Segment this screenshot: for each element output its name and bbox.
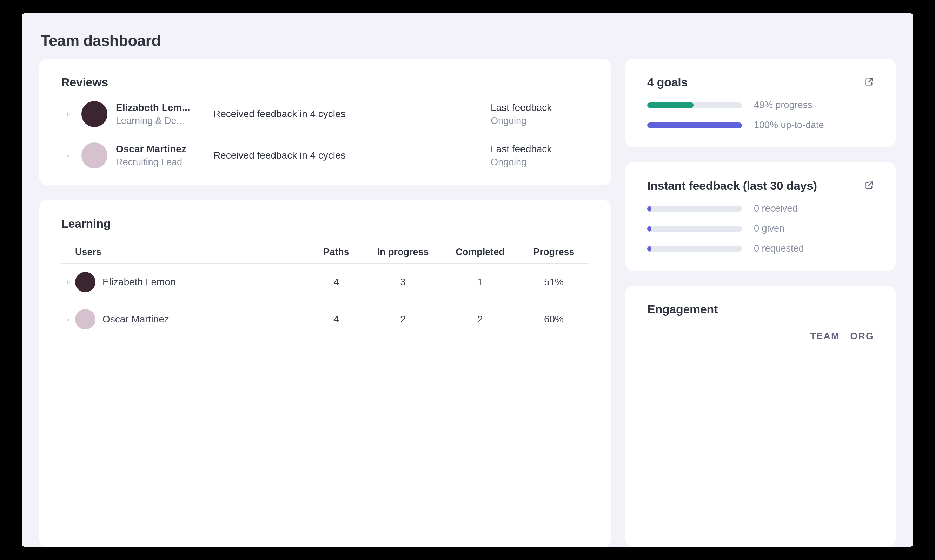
instant-feedback-title: Instant feedback (last 30 days): [647, 179, 817, 192]
last-feedback-label: Last feedback: [491, 102, 589, 113]
review-name: Elizabeth Lem...: [116, 102, 207, 113]
review-row[interactable]: ▹ Oscar Martinez Recruiting Lead Receive…: [61, 143, 589, 168]
progress-fill: [647, 206, 651, 212]
stat-label: 0 received: [754, 203, 798, 214]
cell-completed: 2: [442, 314, 519, 325]
cell-progress: 60%: [519, 314, 589, 325]
right-column: 4 goals 49% progress 100% up-to-date: [625, 58, 896, 547]
dashboard-app: Team dashboard Reviews ▹ Elizabeth Lem..…: [22, 13, 913, 547]
avatar: [75, 309, 96, 329]
stat-row: 0 given: [647, 223, 874, 234]
review-feedback-count: Received feedback in 4 cycles: [213, 108, 484, 120]
last-feedback-label: Last feedback: [491, 143, 589, 155]
external-link-icon[interactable]: [864, 77, 874, 88]
col-completed: Completed: [442, 247, 519, 257]
avatar: [75, 272, 96, 292]
stat-row: 100% up-to-date: [647, 120, 874, 131]
review-subtitle: Learning & De...: [116, 115, 207, 126]
progress-fill: [647, 123, 742, 128]
stat-row: 0 requested: [647, 243, 874, 254]
cell-paths: 4: [308, 314, 364, 325]
stat-label: 0 given: [754, 223, 784, 234]
engagement-tabs: TEAM ORG: [647, 331, 874, 342]
progress-bar: [647, 226, 742, 232]
learning-row[interactable]: ▹ Elizabeth Lemon 4 3 1 51%: [61, 263, 589, 301]
progress-bar: [647, 103, 742, 108]
stat-label: 0 requested: [754, 243, 804, 254]
progress-bar: [647, 123, 742, 128]
reviews-title: Reviews: [61, 75, 108, 89]
external-link-icon[interactable]: [864, 180, 874, 192]
review-row[interactable]: ▹ Elizabeth Lem... Learning & De... Rece…: [61, 101, 589, 127]
progress-fill: [647, 226, 651, 232]
engagement-card: Engagement TEAM ORG: [625, 286, 896, 547]
progress-bar: [647, 206, 742, 212]
stat-row: 0 received: [647, 203, 874, 214]
last-feedback-value: Ongoing: [491, 157, 589, 168]
review-subtitle: Recruiting Lead: [116, 157, 207, 168]
reviews-list: ▹ Elizabeth Lem... Learning & De... Rece…: [61, 101, 589, 168]
reviews-card: Reviews ▹ Elizabeth Lem... Learning & De…: [39, 58, 611, 185]
col-users: Users: [75, 247, 308, 257]
learning-table-header: Users Paths In progress Completed Progre…: [61, 241, 589, 263]
page-title: Team dashboard: [41, 32, 896, 49]
engagement-title: Engagement: [647, 303, 874, 316]
stat-label: 100% up-to-date: [754, 120, 824, 131]
learning-user-name: Elizabeth Lemon: [103, 277, 176, 288]
review-feedback-count: Received feedback in 4 cycles: [213, 150, 484, 161]
expand-icon[interactable]: ▹: [61, 110, 75, 118]
learning-table: Users Paths In progress Completed Progre…: [61, 241, 589, 338]
progress-fill: [647, 246, 651, 252]
avatar: [82, 101, 108, 127]
columns: Reviews ▹ Elizabeth Lem... Learning & De…: [39, 58, 896, 547]
learning-title: Learning: [61, 217, 589, 231]
goals-stats: 49% progress 100% up-to-date: [647, 100, 874, 131]
instant-feedback-card: Instant feedback (last 30 days) 0 receiv…: [625, 162, 896, 271]
cell-in-progress: 2: [364, 314, 442, 325]
cell-completed: 1: [442, 277, 519, 288]
col-paths: Paths: [308, 247, 364, 257]
learning-user-name: Oscar Martinez: [103, 314, 169, 325]
tab-org[interactable]: ORG: [850, 331, 874, 342]
tab-team[interactable]: TEAM: [810, 331, 840, 342]
stat-label: 49% progress: [754, 100, 812, 111]
cell-paths: 4: [308, 277, 364, 288]
goals-card: 4 goals 49% progress 100% up-to-date: [625, 58, 896, 148]
cell-progress: 51%: [519, 277, 589, 288]
progress-fill: [647, 103, 693, 108]
col-in-progress: In progress: [364, 247, 442, 257]
avatar: [82, 143, 108, 168]
last-feedback-value: Ongoing: [491, 115, 589, 126]
cell-in-progress: 3: [364, 277, 442, 288]
instant-feedback-stats: 0 received 0 given 0 requested: [647, 203, 874, 254]
stat-row: 49% progress: [647, 100, 874, 111]
expand-icon[interactable]: ▹: [61, 278, 75, 286]
expand-icon[interactable]: ▹: [61, 152, 75, 159]
left-column: Reviews ▹ Elizabeth Lem... Learning & De…: [39, 58, 611, 547]
learning-card: Learning Users Paths In progress Complet…: [39, 200, 611, 547]
learning-row[interactable]: ▹ Oscar Martinez 4 2 2 60%: [61, 301, 589, 338]
expand-icon[interactable]: ▹: [61, 315, 75, 323]
goals-title: 4 goals: [647, 75, 687, 89]
col-progress: Progress: [519, 247, 589, 257]
review-name: Oscar Martinez: [116, 143, 207, 155]
progress-bar: [647, 246, 742, 252]
